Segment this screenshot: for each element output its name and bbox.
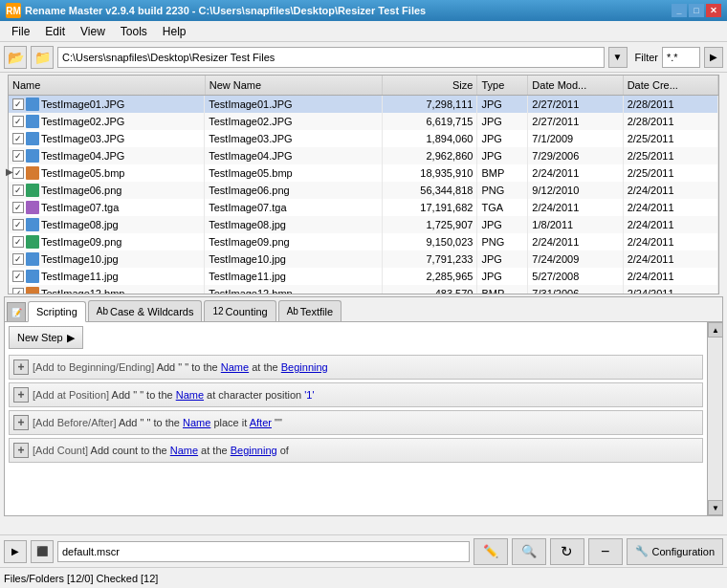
file-size: 17,191,682 — [383, 199, 477, 216]
table-row[interactable]: TestImage08.jpg TestImage08.jpg 1,725,90… — [9, 216, 718, 233]
row-checkbox[interactable] — [12, 236, 24, 248]
path-input[interactable] — [57, 47, 605, 68]
tab-scripting-icon: 📝 — [7, 302, 26, 321]
tab-scripting-label: Scripting — [36, 306, 77, 317]
table-row[interactable]: TestImage06.png TestImage06.png 56,344,8… — [9, 182, 718, 199]
date-modified: 7/24/2009 — [528, 250, 623, 268]
scroll-down-btn[interactable]: ▼ — [708, 500, 722, 515]
row-checkbox[interactable] — [12, 167, 24, 179]
search-button[interactable]: 🔍 — [512, 538, 546, 565]
tab-counting[interactable]: 12 Counting — [204, 300, 275, 321]
new-name: TestImage07.tga — [205, 199, 382, 216]
table-row[interactable]: TestImage12.bmp TestImage12.bmp 483,570 … — [9, 285, 718, 295]
table-row[interactable]: TestImage05.bmp TestImage05.bmp 18,935,9… — [9, 164, 718, 182]
table-row[interactable]: TestImage09.png TestImage09.png 9,150,02… — [9, 233, 718, 250]
row-checkbox[interactable] — [12, 219, 24, 230]
file-name: TestImage09.png — [41, 236, 121, 248]
row-checkbox[interactable] — [12, 98, 24, 110]
menu-tools[interactable]: Tools — [113, 23, 155, 40]
table-row[interactable]: TestImage01.JPG TestImage01.JPG 7,298,11… — [9, 95, 718, 113]
folder-open-button[interactable]: 📂 — [4, 46, 27, 69]
folder-up-button[interactable]: 📁 — [31, 46, 54, 69]
step-row[interactable]: + [Add to Beginning/Ending] Add " " to t… — [9, 355, 703, 380]
table-row[interactable]: TestImage04.JPG TestImage04.JPG 2,962,86… — [9, 147, 718, 164]
new-name: TestImage11.jpg — [205, 268, 382, 285]
file-size: 2,285,965 — [383, 268, 477, 285]
new-step-button[interactable]: New Step ▶ — [9, 326, 83, 349]
new-name: TestImage06.png — [205, 182, 382, 199]
row-checkbox[interactable] — [12, 150, 24, 162]
file-icon — [26, 115, 39, 128]
tab-textfile-label: Textfile — [300, 306, 333, 317]
file-type: TGA — [477, 199, 528, 216]
file-icon — [26, 270, 39, 283]
menu-file[interactable]: File — [4, 23, 37, 40]
file-size: 18,935,910 — [383, 164, 477, 182]
col-size: Size — [383, 76, 477, 95]
date-modified: 2/27/2011 — [528, 95, 623, 113]
step-plus-btn[interactable]: + — [13, 387, 29, 403]
title-text: Rename Master v2.9.4 build 2230 - C:\Use… — [25, 5, 672, 16]
script-file-input[interactable] — [57, 541, 470, 562]
refresh-button[interactable]: ↻ — [550, 538, 584, 565]
file-name: TestImage04.JPG — [41, 150, 124, 162]
date-modified: 7/29/2006 — [528, 147, 623, 164]
menu-edit[interactable]: Edit — [37, 23, 73, 40]
config-label: Configuration — [652, 546, 715, 557]
menu-help[interactable]: Help — [155, 23, 194, 40]
file-icon — [26, 184, 39, 197]
date-modified: 9/12/2010 — [528, 182, 623, 199]
row-checkbox[interactable] — [12, 202, 24, 213]
new-name: TestImage10.jpg — [205, 250, 382, 268]
table-row[interactable]: TestImage11.jpg TestImage11.jpg 2,285,96… — [9, 268, 718, 285]
maximize-button[interactable]: □ — [689, 4, 704, 17]
file-size: 7,298,111 — [383, 95, 477, 113]
scroll-up-btn[interactable]: ▲ — [708, 322, 722, 338]
row-checkbox[interactable] — [12, 288, 24, 295]
new-name: TestImage01.JPG — [205, 95, 382, 113]
row-checkbox[interactable] — [12, 116, 24, 127]
minus-button[interactable]: − — [588, 538, 623, 565]
scroll-track — [708, 338, 722, 500]
row-checkbox[interactable] — [12, 253, 24, 265]
row-checkbox[interactable] — [12, 185, 24, 196]
step-plus-btn[interactable]: + — [13, 415, 29, 430]
step-plus-btn[interactable]: + — [13, 359, 29, 375]
step-row[interactable]: + [Add Before/After] Add " " to the Name… — [9, 410, 703, 435]
tab-scripting[interactable]: Scripting — [28, 301, 86, 322]
row-checkbox[interactable] — [12, 271, 24, 282]
filter-go-button[interactable]: ▶ — [704, 47, 723, 68]
table-row[interactable]: TestImage02.JPG TestImage02.JPG 6,619,71… — [9, 113, 718, 130]
file-size: 6,619,715 — [383, 113, 477, 130]
date-created: 2/24/2011 — [623, 216, 717, 233]
path-dropdown-arrow[interactable]: ▼ — [608, 47, 628, 68]
file-icon — [26, 98, 39, 111]
table-row[interactable]: TestImage10.jpg TestImage10.jpg 7,791,23… — [9, 250, 718, 268]
new-name: TestImage02.JPG — [205, 113, 382, 130]
table-row[interactable]: TestImage03.JPG TestImage03.JPG 1,894,06… — [9, 130, 718, 147]
minimize-button[interactable]: _ — [672, 4, 687, 17]
tab-case-wildcards[interactable]: Ab Case & Wildcards — [88, 300, 203, 321]
close-button[interactable]: ✕ — [706, 4, 721, 17]
menu-view[interactable]: View — [73, 23, 113, 40]
scrollbar-v[interactable]: ▲ ▼ — [707, 322, 722, 515]
table-row[interactable]: TestImage07.tga TestImage07.tga 17,191,6… — [9, 199, 718, 216]
tab-textfile[interactable]: Ab Textfile — [278, 300, 341, 321]
step-row[interactable]: + [Add at Position] Add " " to the Name … — [9, 382, 703, 407]
file-type: JPG — [477, 250, 528, 268]
stop-button[interactable]: ⬛ — [31, 540, 54, 563]
file-icon — [26, 287, 39, 295]
tab-case-icon: Ab — [97, 306, 108, 316]
edit-script-button[interactable]: ✏️ — [474, 538, 508, 565]
file-name: TestImage03.JPG — [41, 133, 124, 144]
panel-steps: New Step ▶ + [Add to Beginning/Ending] A… — [5, 322, 707, 515]
row-checkbox[interactable] — [12, 133, 24, 144]
play-button[interactable]: ▶ — [4, 540, 27, 563]
configuration-button[interactable]: 🔧 Configuration — [627, 538, 723, 565]
date-created: 2/24/2011 — [623, 285, 717, 295]
window-controls: _ □ ✕ — [672, 4, 721, 17]
filter-input[interactable] — [662, 47, 700, 68]
step-row[interactable]: + [Add Count] Add count to the Name at t… — [9, 438, 703, 463]
step-plus-btn[interactable]: + — [13, 443, 29, 458]
date-modified: 1/8/2011 — [528, 216, 623, 233]
